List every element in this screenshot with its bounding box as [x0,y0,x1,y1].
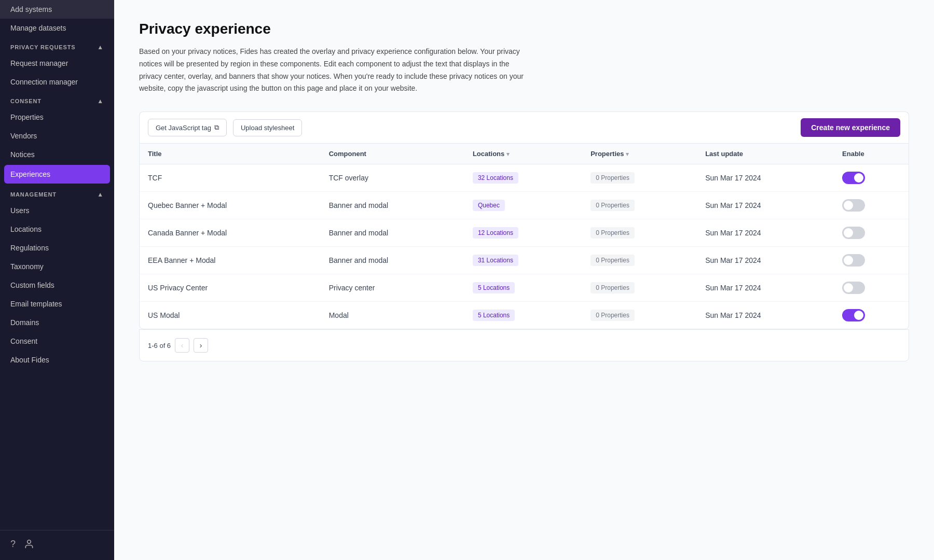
cell-component-5: Modal [321,302,464,329]
help-icon[interactable]: ? [10,539,16,552]
sidebar-section-privacy-requests[interactable]: PRIVACY REQUESTS ▲ [0,37,114,54]
cell-properties-1: 0 Properties [582,192,697,219]
col-component: Component [321,144,464,164]
cell-locations-1: Quebec [464,192,582,219]
cell-component-3: Banner and modal [321,247,464,274]
cell-properties-5: 0 Properties [582,302,697,329]
main-content: Privacy experience Based on your privacy… [114,0,934,560]
sort-icon-properties: ▾ [626,151,629,157]
sort-icon-locations: ▾ [506,151,510,157]
sidebar-item-notices[interactable]: Notices [0,145,114,164]
cell-enable-4[interactable] [834,274,909,302]
sidebar-item-taxonomy[interactable]: Taxonomy [0,257,114,276]
cell-last-update-5: Sun Mar 17 2024 [697,302,834,329]
svg-point-0 [28,540,31,544]
cell-title-5: US Modal [140,302,321,329]
sidebar-item-request-manager[interactable]: Request manager [0,54,114,73]
cell-properties-3: 0 Properties [582,247,697,274]
cell-properties-0: 0 Properties [582,164,697,192]
user-icon[interactable] [24,539,34,552]
cell-last-update-1: Sun Mar 17 2024 [697,192,834,219]
chevron-up-icon-management: ▲ [97,191,104,198]
sidebar-bottom: ? [0,530,114,560]
sidebar-item-add-systems[interactable]: Add systems [0,0,114,19]
enable-toggle-0[interactable] [842,172,865,184]
get-js-tag-label: Get JavaScript tag [156,124,211,132]
cell-component-0: TCF overlay [321,164,464,192]
cell-enable-3[interactable] [834,247,909,274]
copy-icon: ⧉ [214,123,219,132]
col-last-update: Last update [697,144,834,164]
cell-component-4: Privacy center [321,274,464,302]
sidebar-section-management[interactable]: MANAGEMENT ▲ [0,185,114,201]
sidebar: Add systems Manage datasets PRIVACY REQU… [0,0,114,560]
cell-enable-1[interactable] [834,192,909,219]
pagination-label: 1-6 of 6 [148,342,171,349]
cell-locations-3: 31 Locations [464,247,582,274]
cell-title-3: EEA Banner + Modal [140,247,321,274]
table-row: Quebec Banner + Modal Banner and modal Q… [140,192,909,219]
cell-component-1: Banner and modal [321,192,464,219]
pagination-next-button[interactable]: › [194,338,208,353]
table-row: US Modal Modal 5 Locations 0 Properties … [140,302,909,329]
pagination-prev-button[interactable]: ‹ [175,338,189,353]
table-row: TCF TCF overlay 32 Locations 0 Propertie… [140,164,909,192]
col-properties[interactable]: Properties ▾ [582,144,697,164]
cell-last-update-2: Sun Mar 17 2024 [697,219,834,247]
cell-title-4: US Privacy Center [140,274,321,302]
sidebar-item-connection-manager[interactable]: Connection manager [0,73,114,91]
cell-enable-5[interactable] [834,302,909,329]
sidebar-item-consent[interactable]: Consent [0,332,114,351]
sidebar-section-consent[interactable]: CONSENT ▲ [0,91,114,108]
enable-toggle-1[interactable] [842,199,865,212]
chevron-up-icon: ▲ [97,44,104,51]
sidebar-item-manage-datasets[interactable]: Manage datasets [0,19,114,37]
enable-toggle-4[interactable] [842,282,865,294]
cell-properties-4: 0 Properties [582,274,697,302]
sidebar-item-experiences[interactable]: Experiences [4,165,110,184]
sidebar-item-properties[interactable]: Properties [0,108,114,127]
table-row: US Privacy Center Privacy center 5 Locat… [140,274,909,302]
cell-component-2: Banner and modal [321,219,464,247]
col-locations[interactable]: Locations ▾ [464,144,582,164]
cell-title-1: Quebec Banner + Modal [140,192,321,219]
table-row: Canada Banner + Modal Banner and modal 1… [140,219,909,247]
cell-locations-5: 5 Locations [464,302,582,329]
cell-locations-0: 32 Locations [464,164,582,192]
cell-title-2: Canada Banner + Modal [140,219,321,247]
cell-last-update-0: Sun Mar 17 2024 [697,164,834,192]
upload-stylesheet-label: Upload stylesheet [241,124,294,132]
sidebar-item-custom-fields[interactable]: Custom fields [0,276,114,295]
sidebar-item-about-fides[interactable]: About Fides [0,351,114,369]
sidebar-item-vendors[interactable]: Vendors [0,127,114,145]
col-enable: Enable [834,144,909,164]
cell-last-update-3: Sun Mar 17 2024 [697,247,834,274]
enable-toggle-5[interactable] [842,309,865,321]
sidebar-item-email-templates[interactable]: Email templates [0,295,114,313]
create-new-experience-button[interactable]: Create new experience [801,118,900,137]
enable-toggle-2[interactable] [842,227,865,239]
page-title: Privacy experience [139,21,909,37]
pagination: 1-6 of 6 ‹ › [139,329,909,361]
page-description: Based on your privacy notices, Fides has… [139,46,533,95]
chevron-up-icon-consent: ▲ [97,97,104,105]
cell-last-update-4: Sun Mar 17 2024 [697,274,834,302]
cell-properties-2: 0 Properties [582,219,697,247]
cell-enable-0[interactable] [834,164,909,192]
upload-stylesheet-button[interactable]: Upload stylesheet [233,119,302,136]
experiences-table: Title Component Locations ▾ Properties ▾… [139,143,909,329]
cell-title-0: TCF [140,164,321,192]
sidebar-item-locations[interactable]: Locations [0,220,114,239]
toolbar: Get JavaScript tag ⧉ Upload stylesheet C… [139,111,909,143]
sidebar-item-domains[interactable]: Domains [0,313,114,332]
table-row: EEA Banner + Modal Banner and modal 31 L… [140,247,909,274]
cell-enable-2[interactable] [834,219,909,247]
col-title: Title [140,144,321,164]
cell-locations-4: 5 Locations [464,274,582,302]
sidebar-item-users[interactable]: Users [0,201,114,220]
sidebar-item-regulations[interactable]: Regulations [0,239,114,257]
get-js-tag-button[interactable]: Get JavaScript tag ⧉ [148,119,227,136]
cell-locations-2: 12 Locations [464,219,582,247]
enable-toggle-3[interactable] [842,254,865,267]
